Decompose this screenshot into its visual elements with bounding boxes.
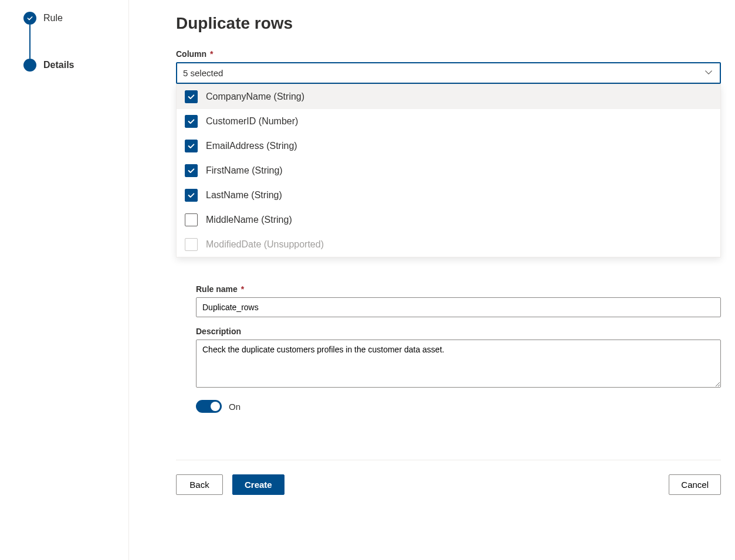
rule-name-field: Rule name * <box>196 284 721 317</box>
rule-name-input[interactable] <box>196 297 721 317</box>
checkbox-icon <box>185 90 198 103</box>
option-label: FirstName (String) <box>206 165 283 176</box>
column-option[interactable]: FirstName (String) <box>177 158 720 183</box>
option-label: MiddleName (String) <box>206 215 292 225</box>
column-option[interactable]: EmailAddress (String) <box>177 134 720 158</box>
checkbox-icon <box>185 115 198 128</box>
back-button[interactable]: Back <box>176 474 223 495</box>
checkbox-icon <box>185 213 198 226</box>
option-label: LastName (String) <box>206 190 282 201</box>
step-connector <box>29 25 31 59</box>
main-content: Duplicate rows Column * 5 selected Compa… <box>129 0 735 560</box>
column-option[interactable]: CompanyName (String) <box>177 84 720 109</box>
rule-name-label: Rule name * <box>196 284 721 294</box>
current-step-icon <box>23 59 36 72</box>
option-label: CustomerID (Number) <box>206 116 298 127</box>
chevron-down-icon <box>704 68 713 78</box>
wizard-sidebar: Rule Details <box>0 0 129 560</box>
column-field: Column * 5 selected CompanyName (String)… <box>176 49 721 257</box>
column-option[interactable]: CustomerID (Number) <box>177 109 720 134</box>
required-mark: * <box>210 49 213 59</box>
checkbox-icon <box>185 140 198 152</box>
column-select[interactable]: 5 selected <box>176 62 721 84</box>
check-circle-icon <box>23 12 36 25</box>
option-label: EmailAddress (String) <box>206 141 297 151</box>
cancel-button[interactable]: Cancel <box>669 474 721 495</box>
step-label: Details <box>43 60 74 70</box>
description-label: Description <box>196 327 721 336</box>
page-title: Duplicate rows <box>176 14 721 33</box>
column-dropdown[interactable]: CompanyName (String)CustomerID (Number)E… <box>176 84 721 257</box>
column-option[interactable]: MiddleName (String) <box>177 208 720 232</box>
toggle-label: On <box>229 402 241 412</box>
toggle-knob <box>211 402 220 411</box>
column-option[interactable]: LastName (String) <box>177 183 720 208</box>
status-toggle[interactable] <box>196 400 222 413</box>
status-toggle-row: On <box>196 400 721 413</box>
wizard-step-rule[interactable]: Rule <box>23 12 128 25</box>
option-label: ModifiedDate (Unsupported) <box>206 239 324 250</box>
create-button[interactable]: Create <box>232 474 284 495</box>
description-input[interactable]: Check the duplicate customers profiles i… <box>196 340 721 388</box>
checkbox-icon <box>185 189 198 202</box>
required-mark: * <box>241 284 244 294</box>
column-label: Column * <box>176 49 721 59</box>
description-field: Description Check the duplicate customer… <box>196 327 721 389</box>
checkbox-icon <box>185 164 198 177</box>
step-label: Rule <box>43 13 63 23</box>
wizard-step-details[interactable]: Details <box>23 59 128 72</box>
option-label: CompanyName (String) <box>206 91 304 102</box>
checkbox-icon <box>185 238 198 251</box>
dialog-footer: Back Create Cancel <box>176 460 721 495</box>
column-option: ModifiedDate (Unsupported) <box>177 232 720 257</box>
